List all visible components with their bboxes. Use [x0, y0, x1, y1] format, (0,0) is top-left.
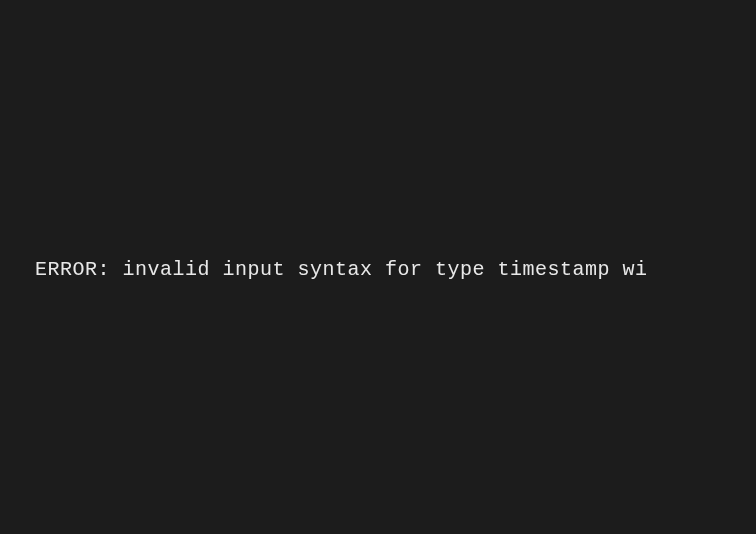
- error-message-line: ERROR: invalid input syntax for type tim…: [35, 258, 648, 281]
- terminal-output: ERROR: invalid input syntax for type tim…: [0, 0, 756, 534]
